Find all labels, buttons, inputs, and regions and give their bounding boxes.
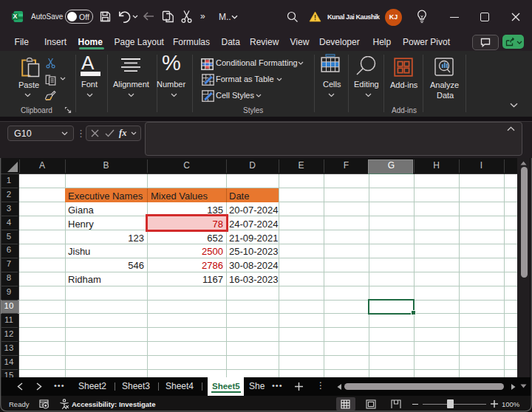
svg-text:X: X <box>13 13 17 20</box>
